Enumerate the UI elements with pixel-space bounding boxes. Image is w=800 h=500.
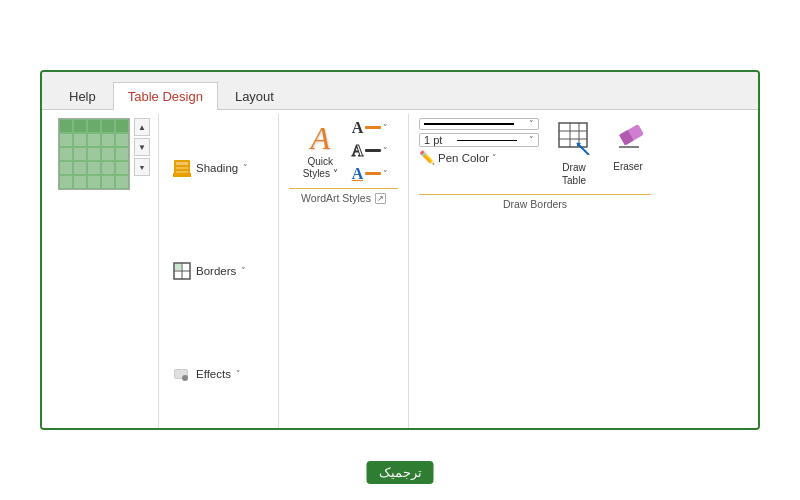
eraser-icon: [611, 121, 645, 159]
svg-point-11: [182, 375, 188, 381]
draw-section-footer: Draw Borders: [419, 194, 651, 210]
draw-section-row: ˅ 1 pt ˅ ✏️ Pen Color ˅: [419, 118, 651, 190]
text-outline-chevron: ˅: [383, 146, 388, 156]
pen-color-button[interactable]: ✏️ Pen Color ˅: [419, 150, 539, 165]
pen-color-label: Pen Color: [438, 152, 489, 164]
preview-cell: [115, 175, 129, 189]
text-outline-button[interactable]: A ˅: [350, 141, 391, 161]
draw-action-buttons: DrawTable Eraser: [551, 118, 651, 190]
preview-cell: [59, 161, 73, 175]
svg-rect-12: [559, 123, 587, 147]
svg-rect-3: [176, 171, 188, 173]
bottom-logo: ترجمیک: [367, 461, 434, 484]
preview-cell: [115, 161, 129, 175]
shading-label: Shading: [196, 162, 238, 174]
effects-button[interactable]: Effects ˅: [169, 363, 268, 385]
shading-icon: [173, 159, 191, 177]
border-weight-value: 1 pt: [424, 134, 442, 146]
draw-controls: ˅ 1 pt ˅ ✏️ Pen Color ˅: [419, 118, 539, 165]
svg-rect-8: [175, 264, 181, 270]
effects-icon: [173, 365, 191, 383]
text-outline-row: A ˅: [350, 141, 391, 161]
preview-cell: [101, 147, 115, 161]
ribbon-content: ▲ ▼ ▼: [50, 114, 750, 428]
pen-color-icon: ✏️: [419, 150, 435, 165]
section-wordart: A QuickStyles ˅ A ˅: [279, 114, 409, 428]
preview-cell: [59, 175, 73, 189]
wordart-top: A QuickStyles ˅ A ˅: [297, 118, 391, 184]
wordart-mini-buttons: A ˅ A ˅: [350, 118, 391, 184]
text-effects-row: A ˅: [350, 164, 391, 184]
preview-cell: [115, 133, 129, 147]
border-weight-chevron: ˅: [529, 135, 534, 145]
eraser-label: Eraser: [613, 161, 642, 172]
preview-cell: [115, 119, 129, 133]
quick-styles-label: QuickStyles ˅: [303, 156, 338, 180]
preview-cell: [59, 133, 73, 147]
text-fill-chevron: ˅: [383, 123, 388, 133]
border-style-dropdown[interactable]: ˅: [419, 118, 539, 130]
preview-cell: [73, 133, 87, 147]
text-outline-underline: [365, 149, 381, 152]
preview-cell: [87, 133, 101, 147]
eraser-button[interactable]: Eraser: [605, 118, 651, 190]
preview-cell: [101, 119, 115, 133]
text-effects-underline: [365, 172, 381, 175]
borders-label: Borders: [196, 265, 236, 277]
quick-styles-button[interactable]: A QuickStyles ˅: [297, 118, 344, 183]
preview-cell: [87, 119, 101, 133]
text-fill-icon: A: [352, 119, 364, 137]
quick-styles-icon: A: [310, 121, 330, 156]
text-effects-button[interactable]: A ˅: [350, 164, 391, 184]
border-weight-line: [457, 140, 517, 141]
tab-help[interactable]: Help: [54, 82, 111, 110]
preview-cell: [73, 119, 87, 133]
preview-cell: [59, 147, 73, 161]
wordart-section-label: WordArt Styles: [301, 192, 371, 204]
border-weight-dropdown[interactable]: 1 pt ˅: [419, 133, 539, 147]
draw-table-button[interactable]: DrawTable: [551, 118, 597, 190]
preview-cell: [87, 161, 101, 175]
shading-button[interactable]: Shading ˅: [169, 157, 268, 179]
wordart-section-footer: WordArt Styles ↗: [289, 188, 398, 204]
table-style-preview[interactable]: [58, 118, 130, 190]
preview-cell: [73, 161, 87, 175]
tab-table-design[interactable]: Table Design: [113, 82, 218, 110]
preview-cell: [59, 119, 73, 133]
draw-section-label: Draw Borders: [503, 198, 567, 210]
preview-cell: [101, 175, 115, 189]
text-fill-button[interactable]: A ˅: [350, 118, 391, 138]
svg-rect-1: [176, 162, 188, 165]
draw-table-icon: [557, 121, 591, 159]
section-table-styles: ▲ ▼ ▼: [50, 114, 159, 428]
table-style-scroll: ▲ ▼ ▼: [134, 118, 150, 176]
preview-cell: [87, 175, 101, 189]
border-style-chevron: ˅: [529, 119, 534, 129]
text-outline-icon: A: [352, 142, 364, 160]
shading-chevron: ˅: [243, 163, 248, 173]
scroll-down-button[interactable]: ▼: [134, 138, 150, 156]
preview-cell: [101, 133, 115, 147]
ribbon: ▲ ▼ ▼: [42, 110, 758, 428]
preview-cell: [73, 147, 87, 161]
preview-cell: [87, 147, 101, 161]
wordart-launcher-button[interactable]: ↗: [375, 193, 386, 204]
tab-bar: Help Table Design Layout: [42, 72, 758, 110]
svg-rect-2: [176, 167, 188, 169]
app-window: Help Table Design Layout: [40, 70, 760, 430]
preview-cell: [115, 147, 129, 161]
borders-icon: [173, 262, 191, 280]
text-effects-chevron: ˅: [383, 169, 388, 179]
draw-table-label: DrawTable: [562, 161, 586, 187]
svg-rect-4: [173, 173, 191, 177]
section-draw-borders: ˅ 1 pt ˅ ✏️ Pen Color ˅: [409, 114, 661, 428]
borders-button[interactable]: Borders ˅: [169, 260, 268, 282]
preview-cell: [73, 175, 87, 189]
section-style-options: Shading ˅ Borders ˅: [159, 114, 279, 428]
tab-layout[interactable]: Layout: [220, 82, 289, 110]
text-effects-icon: A: [352, 165, 364, 183]
preview-cell: [101, 161, 115, 175]
scroll-more-button[interactable]: ▼: [134, 158, 150, 176]
scroll-up-button[interactable]: ▲: [134, 118, 150, 136]
pen-color-chevron: ˅: [492, 153, 497, 163]
